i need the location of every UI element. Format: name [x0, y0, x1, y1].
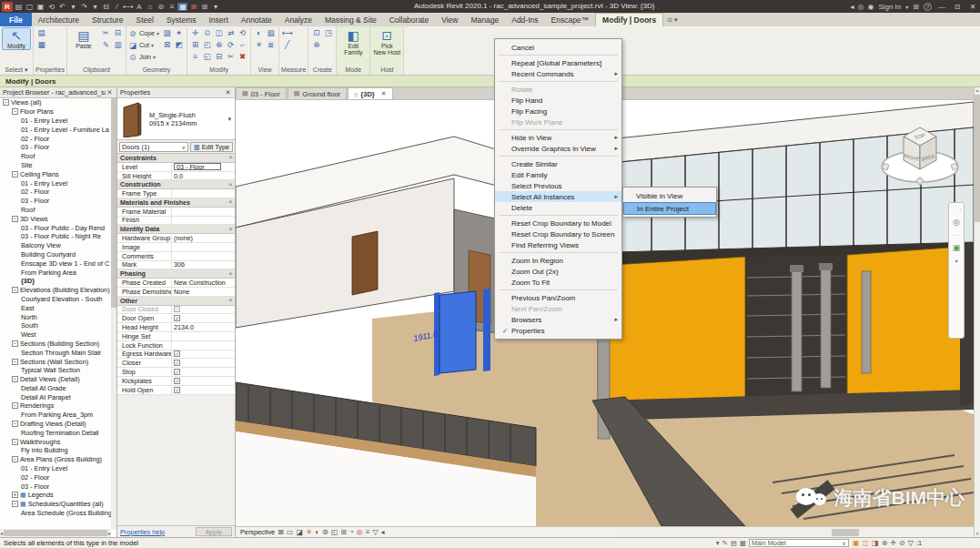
property-value[interactable]: 2134.0 [172, 323, 235, 331]
menu-item-reset-crop-boundary-to-model[interactable]: Reset Crop Boundary to Model [495, 218, 621, 228]
tree-item[interactable]: −3D Views [0, 214, 111, 223]
ribbon-tab-enscape-[interactable]: Enscape™ [545, 13, 596, 26]
collapse-box-icon[interactable]: − [12, 421, 18, 427]
property-value[interactable] [172, 306, 235, 312]
paint-icon[interactable]: ▨ [161, 27, 173, 39]
apply-button[interactable]: Apply [196, 527, 232, 536]
menu-item-zoom-out-2x-[interactable]: Zoom Out (2x) [495, 266, 621, 277]
temporary-hide-icon[interactable]: ◔ [349, 528, 354, 536]
select-underlay-icon[interactable]: ⊘ [899, 539, 905, 547]
edit-family-tool[interactable]: ◧Edit Family [338, 27, 368, 56]
displacement-icon[interactable]: ▽ [372, 528, 378, 536]
tree-item[interactable]: −Drafting Views (Detail) [0, 420, 111, 429]
family-types-icon[interactable]: ▦ [35, 39, 47, 51]
property-section[interactable]: Constraints^ [117, 154, 235, 163]
collapse-box-icon[interactable]: − [12, 456, 18, 462]
tree-item[interactable]: 02 - Floor [0, 188, 111, 197]
create-group-icon[interactable]: ⊡ [310, 27, 322, 39]
navbar-caret-icon[interactable]: ▾ [955, 258, 957, 264]
default-3d-view-icon[interactable]: ⌂ [145, 3, 155, 11]
property-section[interactable]: Phasing^ [117, 269, 235, 279]
app-store-icon[interactable]: ⊞ [913, 3, 919, 11]
property-value[interactable]: 03 - Floor [172, 163, 235, 171]
tree-item[interactable]: −▦Schedules/Quantities (all) [0, 500, 111, 509]
menu-item-cancel[interactable]: Cancel [495, 42, 621, 53]
thin-lines-icon[interactable]: ≡ [167, 3, 177, 11]
checkbox-icon[interactable]: ✓ [174, 350, 180, 357]
unpin-icon[interactable]: ⊟ [213, 51, 225, 63]
view-control-perspective-label[interactable]: Perspective [240, 528, 275, 536]
editing-requests-icon[interactable]: ◫ [863, 539, 870, 547]
property-section[interactable]: Construction^ [117, 180, 235, 189]
visibility-graphics-icon[interactable]: ▦ [177, 3, 187, 11]
tree-item[interactable]: −Ceiling Plans [0, 169, 111, 178]
property-value[interactable]: New Construction [172, 279, 235, 287]
property-value[interactable]: ✓ [172, 378, 235, 384]
tree-item[interactable]: 02 - Floor [0, 472, 111, 482]
property-section[interactable]: Identity Data^ [117, 225, 235, 234]
copy-icon[interactable]: ⊙ [201, 27, 213, 39]
scroll-up-icon[interactable]: ▴ [975, 87, 980, 94]
edit-type-button[interactable]: ▦ Edit Type [190, 142, 233, 152]
properties-header[interactable]: Properties ✕ [117, 87, 235, 98]
communication-center-icon[interactable]: ◎ [857, 3, 864, 11]
property-value[interactable]: 0.0 [172, 172, 235, 180]
collapse-box-icon[interactable]: − [3, 99, 9, 106]
tree-item[interactable]: Roofing Termination Detail [0, 428, 111, 437]
tree-item[interactable]: {3D} [0, 277, 111, 286]
tree-item[interactable]: Enscape 3D view 1 - End of C [0, 259, 111, 268]
tree-item[interactable]: Site [0, 161, 111, 170]
section-icon[interactable]: ⊘ [156, 3, 166, 11]
menu-item-flip-facing[interactable]: Flip Facing [495, 106, 621, 117]
ribbon-tab-modify-doors[interactable]: Modify | Doors [595, 13, 663, 26]
sign-in-button[interactable]: Sign In [878, 3, 901, 11]
modify-state-dropdown[interactable]: ⊙ ▾ [663, 13, 681, 26]
tree-item[interactable]: −Renderings [0, 401, 111, 411]
canvas-hscrollbar[interactable] [618, 526, 974, 537]
tree-item[interactable]: +▦Legends [0, 491, 111, 500]
align-icon[interactable]: ≡ [189, 51, 201, 63]
canvas-vscrollbar[interactable]: ▴ ▾ [974, 87, 980, 537]
view-tab--3d-[interactable]: ⌂{3D}✕ [348, 87, 393, 99]
collapse-box-icon[interactable]: − [12, 171, 18, 178]
project-browser-hscrollbar[interactable]: ◂▸ [0, 529, 111, 537]
category-select[interactable]: Doors (1) ∨ [119, 142, 188, 152]
collapse-box-icon[interactable]: − [12, 216, 18, 222]
open-icon[interactable]: ▢ [25, 3, 35, 11]
property-value[interactable]: (none) [172, 234, 235, 242]
collapse-box-icon[interactable]: − [12, 376, 18, 382]
split-icon[interactable]: ⊕ [213, 39, 225, 51]
redo-caret[interactable]: ▾ [90, 3, 100, 11]
hide-icon[interactable]: ◐ [253, 27, 265, 39]
collapse-icon[interactable]: ^ [228, 227, 232, 232]
ribbon-tab-add-ins[interactable]: Add-Ins [505, 13, 544, 26]
revit-logo[interactable]: R [2, 2, 13, 12]
property-value[interactable]: ✓ [172, 360, 235, 366]
properties-toggle-icon[interactable]: ▤ [35, 27, 47, 39]
modify-tool[interactable]: ↖Modify [2, 27, 31, 50]
editable-only-icon[interactable]: ✎ [722, 539, 727, 547]
view-tab-close-icon[interactable]: ✕ [381, 90, 387, 97]
background-processes-icon[interactable]: ◨ [872, 539, 879, 547]
navigation-bar[interactable]: ◦ ◎ ── ▣ ▾ [948, 202, 965, 339]
collapse-box-icon[interactable]: − [12, 340, 18, 347]
tree-item[interactable]: −Walkthroughs [0, 437, 111, 446]
ribbon-tab-manage[interactable]: Manage [465, 13, 506, 26]
ribbon-tab-structure[interactable]: Structure [86, 13, 130, 26]
project-browser-close-icon[interactable]: ✕ [106, 88, 114, 96]
submenu-item-visible-in-view[interactable]: Visible in View [623, 189, 716, 202]
tree-item[interactable]: Building Courtyard [0, 250, 111, 259]
property-value[interactable]: ✓ [172, 369, 235, 375]
property-value[interactable]: ✓ [172, 387, 235, 393]
tree-item[interactable]: 03 - Floor Public - Day Rend [0, 223, 111, 232]
collapse-icon[interactable]: ^ [228, 155, 232, 160]
sync-icon[interactable]: ⟲ [46, 3, 56, 11]
menu-item-properties[interactable]: ✓Properties [495, 325, 621, 336]
split-element-icon[interactable]: ✂ [225, 51, 237, 63]
save-icon[interactable]: ▣ [35, 3, 45, 11]
demolish-icon[interactable]: ✦ [173, 27, 185, 39]
tree-item[interactable]: Typical Wall Section [0, 366, 111, 375]
collapse-box-icon[interactable]: − [12, 439, 18, 445]
status-dropdown-icon[interactable]: ▾ [716, 539, 720, 547]
measure-icon[interactable]: ∕ [112, 3, 122, 11]
